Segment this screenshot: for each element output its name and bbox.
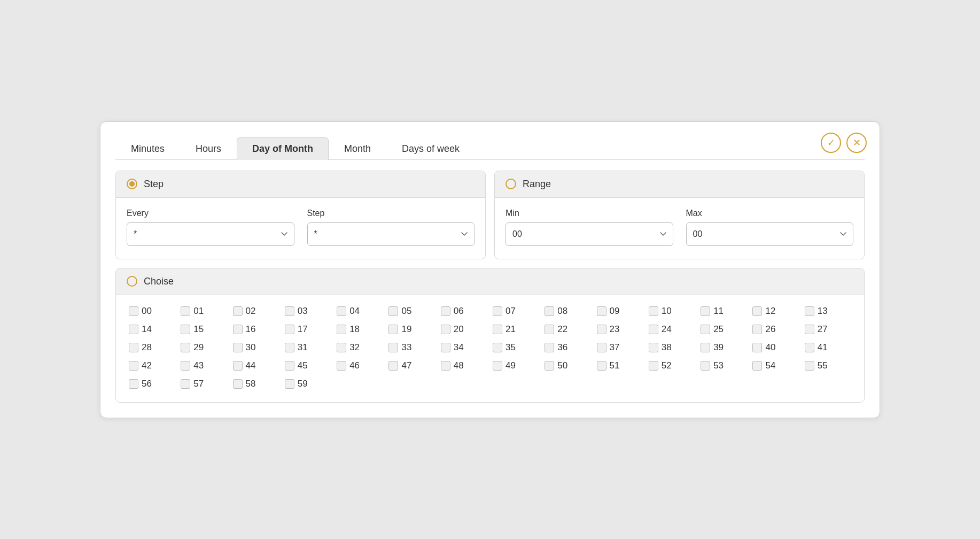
choise-checkbox[interactable] bbox=[337, 343, 346, 352]
choise-checkbox[interactable] bbox=[752, 325, 762, 334]
list-item[interactable]: 09 bbox=[597, 306, 643, 317]
tab-month[interactable]: Month bbox=[329, 137, 386, 160]
choise-checkbox[interactable] bbox=[233, 306, 243, 316]
list-item[interactable]: 40 bbox=[752, 342, 799, 353]
list-item[interactable]: 16 bbox=[233, 324, 279, 335]
list-item[interactable]: 33 bbox=[388, 342, 435, 353]
list-item[interactable]: 25 bbox=[701, 324, 747, 335]
choise-checkbox[interactable] bbox=[805, 306, 814, 316]
min-select[interactable]: 00 bbox=[505, 222, 673, 246]
choise-checkbox[interactable] bbox=[597, 361, 606, 371]
choise-checkbox[interactable] bbox=[493, 325, 502, 334]
list-item[interactable]: 46 bbox=[337, 360, 383, 371]
choise-checkbox[interactable] bbox=[129, 325, 138, 334]
choise-checkbox[interactable] bbox=[129, 361, 138, 371]
choise-checkbox[interactable] bbox=[752, 361, 762, 371]
list-item[interactable]: 41 bbox=[805, 342, 851, 353]
choise-checkbox[interactable] bbox=[285, 361, 294, 371]
choise-checkbox[interactable] bbox=[597, 325, 606, 334]
choise-checkbox[interactable] bbox=[493, 361, 502, 371]
list-item[interactable]: 00 bbox=[129, 306, 175, 317]
list-item[interactable]: 56 bbox=[129, 379, 175, 389]
list-item[interactable]: 48 bbox=[441, 360, 487, 371]
choise-checkbox[interactable] bbox=[597, 343, 606, 352]
choise-checkbox[interactable] bbox=[181, 379, 190, 389]
choise-checkbox[interactable] bbox=[441, 306, 450, 316]
list-item[interactable]: 15 bbox=[181, 324, 227, 335]
choise-checkbox[interactable] bbox=[337, 306, 346, 316]
list-item[interactable]: 47 bbox=[388, 360, 435, 371]
choise-checkbox[interactable] bbox=[441, 343, 450, 352]
list-item[interactable]: 14 bbox=[129, 324, 175, 335]
choise-checkbox[interactable] bbox=[701, 343, 710, 352]
list-item[interactable]: 18 bbox=[337, 324, 383, 335]
list-item[interactable]: 45 bbox=[285, 360, 331, 371]
list-item[interactable]: 24 bbox=[649, 324, 695, 335]
choise-checkbox[interactable] bbox=[597, 306, 606, 316]
choise-checkbox[interactable] bbox=[649, 361, 658, 371]
list-item[interactable]: 38 bbox=[649, 342, 695, 353]
choise-checkbox[interactable] bbox=[129, 343, 138, 352]
choise-checkbox[interactable] bbox=[752, 306, 762, 316]
list-item[interactable]: 02 bbox=[233, 306, 279, 317]
list-item[interactable]: 53 bbox=[701, 360, 747, 371]
tab-hours[interactable]: Hours bbox=[180, 137, 237, 160]
list-item[interactable]: 44 bbox=[233, 360, 279, 371]
max-select[interactable]: 00 bbox=[686, 222, 854, 246]
list-item[interactable]: 39 bbox=[701, 342, 747, 353]
choise-checkbox[interactable] bbox=[388, 306, 398, 316]
list-item[interactable]: 30 bbox=[233, 342, 279, 353]
choise-checkbox[interactable] bbox=[805, 325, 814, 334]
list-item[interactable]: 19 bbox=[388, 324, 435, 335]
list-item[interactable]: 06 bbox=[441, 306, 487, 317]
list-item[interactable]: 32 bbox=[337, 342, 383, 353]
choise-checkbox[interactable] bbox=[545, 343, 554, 352]
choise-checkbox[interactable] bbox=[285, 343, 294, 352]
every-select[interactable]: * bbox=[127, 222, 294, 246]
list-item[interactable]: 22 bbox=[545, 324, 591, 335]
list-item[interactable]: 12 bbox=[752, 306, 799, 317]
list-item[interactable]: 23 bbox=[597, 324, 643, 335]
list-item[interactable]: 07 bbox=[493, 306, 539, 317]
list-item[interactable]: 20 bbox=[441, 324, 487, 335]
choise-radio[interactable] bbox=[127, 276, 137, 287]
choise-checkbox[interactable] bbox=[285, 379, 294, 389]
list-item[interactable]: 29 bbox=[181, 342, 227, 353]
tab-days-of-week[interactable]: Days of week bbox=[386, 137, 475, 160]
choise-checkbox[interactable] bbox=[285, 306, 294, 316]
step-radio[interactable] bbox=[127, 179, 137, 189]
choise-checkbox[interactable] bbox=[493, 343, 502, 352]
choise-checkbox[interactable] bbox=[545, 325, 554, 334]
list-item[interactable]: 49 bbox=[493, 360, 539, 371]
choise-checkbox[interactable] bbox=[388, 343, 398, 352]
list-item[interactable]: 51 bbox=[597, 360, 643, 371]
list-item[interactable]: 50 bbox=[545, 360, 591, 371]
choise-checkbox[interactable] bbox=[701, 325, 710, 334]
choise-checkbox[interactable] bbox=[752, 343, 762, 352]
list-item[interactable]: 35 bbox=[493, 342, 539, 353]
choise-checkbox[interactable] bbox=[649, 325, 658, 334]
choise-checkbox[interactable] bbox=[545, 361, 554, 371]
list-item[interactable]: 55 bbox=[805, 360, 851, 371]
list-item[interactable]: 59 bbox=[285, 379, 331, 389]
choise-checkbox[interactable] bbox=[388, 325, 398, 334]
choise-checkbox[interactable] bbox=[233, 325, 243, 334]
choise-checkbox[interactable] bbox=[233, 361, 243, 371]
list-item[interactable]: 04 bbox=[337, 306, 383, 317]
list-item[interactable]: 03 bbox=[285, 306, 331, 317]
list-item[interactable]: 58 bbox=[233, 379, 279, 389]
choise-checkbox[interactable] bbox=[129, 379, 138, 389]
choise-checkbox[interactable] bbox=[285, 325, 294, 334]
choise-checkbox[interactable] bbox=[233, 379, 243, 389]
choise-checkbox[interactable] bbox=[649, 343, 658, 352]
choise-checkbox[interactable] bbox=[493, 306, 502, 316]
range-radio[interactable] bbox=[505, 179, 516, 189]
choise-checkbox[interactable] bbox=[441, 325, 450, 334]
choise-checkbox[interactable] bbox=[129, 306, 138, 316]
list-item[interactable]: 57 bbox=[181, 379, 227, 389]
list-item[interactable]: 10 bbox=[649, 306, 695, 317]
choise-checkbox[interactable] bbox=[388, 361, 398, 371]
choise-checkbox[interactable] bbox=[337, 325, 346, 334]
list-item[interactable]: 01 bbox=[181, 306, 227, 317]
choise-checkbox[interactable] bbox=[337, 361, 346, 371]
